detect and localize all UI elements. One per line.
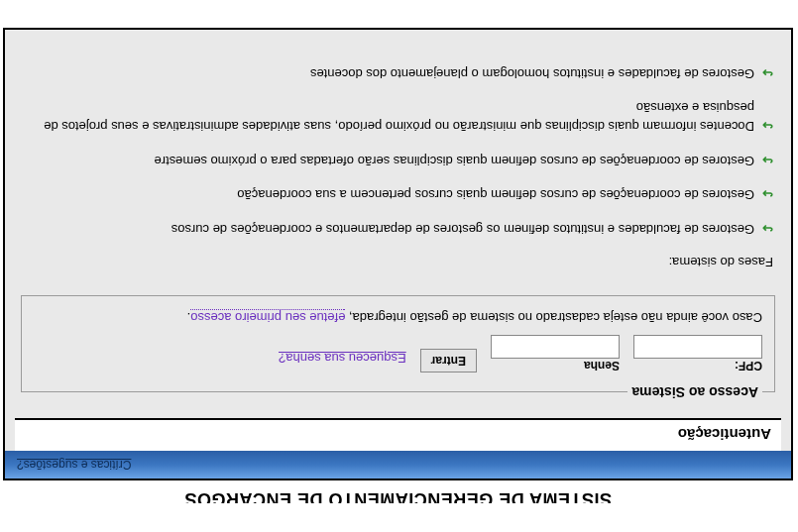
- cpf-label: CPF:: [633, 359, 762, 372]
- first-access-link[interactable]: efetue seu primeiro acesso: [190, 309, 345, 325]
- list-item-text: Gestores de coordenações de cursos defin…: [237, 185, 754, 205]
- phases-list: ↪ Gestores de faculdades e institutos de…: [15, 44, 781, 239]
- list-item: ↪ Gestores de faculdades e institutos de…: [23, 219, 773, 240]
- list-item: ↪ Gestores de coordenações de cursos def…: [23, 151, 773, 171]
- list-item-text: Gestores de faculdades e institutos homo…: [310, 64, 754, 84]
- phases-title: Fases do sistema:: [23, 255, 773, 269]
- list-item-text: Gestores de coordenações de cursos defin…: [154, 152, 754, 171]
- suggestions-link[interactable]: Críticas e sugestões?: [17, 458, 131, 472]
- section-heading-auth: Autenticação: [15, 418, 781, 451]
- entrar-button[interactable]: Entrar: [420, 349, 477, 372]
- forgot-password-link[interactable]: Esqueceu sua senha?: [279, 351, 406, 366]
- register-suffix: .: [187, 310, 191, 325]
- page-title: SISTEMA DE GERENCIAMENTO DE ENCARGOS: [0, 480, 797, 503]
- list-item-text: Docentes informam quais disciplinas que …: [23, 98, 754, 137]
- arrow-right-icon: ↪: [762, 184, 773, 204]
- register-prefix: Caso você ainda não esteja cadastrado no…: [345, 310, 762, 325]
- list-item: ↪ Gestores de coordenações de cursos def…: [23, 184, 773, 205]
- arrow-right-icon: ↪: [762, 116, 773, 136]
- senha-label: Senha: [491, 359, 620, 372]
- cpf-input[interactable]: [633, 335, 762, 359]
- header-bar: Críticas e sugestões?: [3, 451, 793, 480]
- list-item: ↪ Gestores de faculdades e institutos ho…: [23, 63, 773, 84]
- auth-fieldset: Acesso ao Sistema CPF: Senha Entrar Esqu…: [21, 295, 775, 400]
- list-item: ↪ Docentes informam quais disciplinas qu…: [23, 98, 773, 137]
- arrow-right-icon: ↪: [762, 219, 773, 239]
- arrow-right-icon: ↪: [762, 151, 773, 170]
- arrow-right-icon: ↪: [762, 63, 773, 83]
- register-line: Caso você ainda não esteja cadastrado no…: [34, 310, 762, 325]
- auth-legend: Acesso ao Sistema: [627, 384, 762, 400]
- senha-input[interactable]: [491, 335, 620, 359]
- list-item-text: Gestores de faculdades e institutos defi…: [171, 220, 754, 240]
